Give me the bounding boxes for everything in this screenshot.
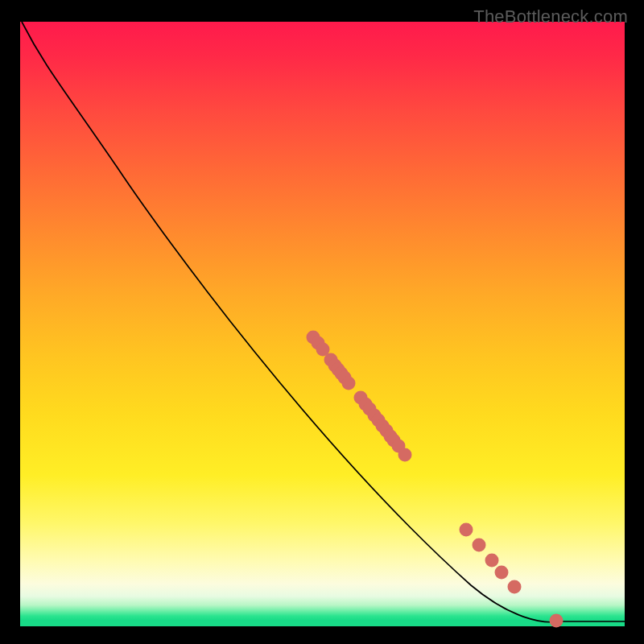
data-point <box>508 580 522 594</box>
curve-line <box>22 22 625 622</box>
data-point <box>342 377 356 390</box>
data-point <box>485 554 499 568</box>
watermark-label: TheBottleneck.com <box>473 6 628 27</box>
data-point <box>495 566 509 580</box>
chart-svg <box>20 22 625 626</box>
chart-plot-area <box>20 22 625 626</box>
data-point <box>460 523 473 537</box>
data-points-group <box>307 331 564 628</box>
data-point <box>398 448 412 462</box>
data-point <box>473 539 486 552</box>
data-point <box>550 614 564 628</box>
